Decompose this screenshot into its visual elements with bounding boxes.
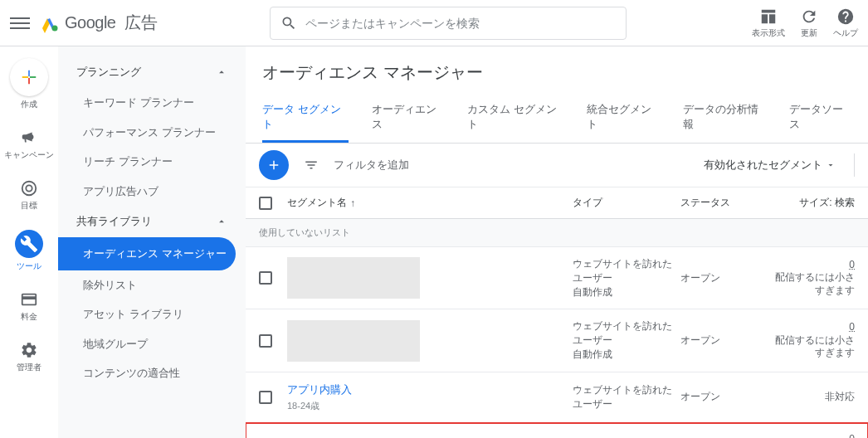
toolbar: フィルタを追加 有効化されたセグメント: [246, 144, 868, 187]
sidebar: プランニング キーワード プランナー パフォーマンス プランナー リーチ プラン…: [58, 46, 246, 438]
logo-suffix: 広告: [124, 12, 158, 34]
rail-billing[interactable]: 料金: [20, 290, 38, 323]
filter-label[interactable]: フィルタを追加: [334, 158, 409, 173]
search-input[interactable]: [305, 17, 616, 30]
help-icon: [836, 7, 855, 26]
left-rail: 作成 キャンペーン 目標 ツール 料金 管理者: [0, 46, 58, 438]
rail-create[interactable]: 作成: [10, 58, 48, 110]
col-type[interactable]: タイプ: [573, 196, 680, 210]
col-status[interactable]: ステータス: [680, 196, 772, 210]
row-checkbox[interactable]: [259, 334, 272, 348]
redacted-placeholder: [287, 257, 420, 299]
page-title: オーディエンス マネージャー: [246, 46, 868, 94]
nav-performance-planner[interactable]: パフォーマンス プランナー: [58, 118, 246, 148]
header: Google 広告 表示形式 更新 ヘルプ: [0, 0, 868, 46]
cell-size: 0配信するには小さすぎます: [772, 259, 855, 298]
row-checkbox[interactable]: [259, 271, 272, 285]
nav-audience-manager[interactable]: オーディエンス マネージャー: [58, 237, 236, 270]
redacted-placeholder: [287, 320, 420, 362]
nav-exclusion-lists[interactable]: 除外リスト: [58, 270, 246, 300]
nav-asset-library[interactable]: アセット ライブラリ: [58, 299, 246, 329]
cell-status: オープン: [680, 390, 772, 404]
table-icon: [759, 7, 778, 26]
logo-text: Google: [65, 13, 116, 32]
filter-icon[interactable]: [304, 158, 319, 173]
segment-description: 18-24歳: [287, 400, 319, 412]
search-box[interactable]: [270, 7, 627, 40]
tab-combined-segments[interactable]: 統合セグメント: [587, 94, 660, 143]
target-icon: [20, 179, 38, 197]
tab-audiences[interactable]: オーディエンス: [372, 94, 445, 143]
caret-down-icon: [826, 160, 836, 170]
plus-icon: [266, 158, 281, 173]
megaphone-icon: [20, 129, 38, 147]
display-format-tool[interactable]: 表示形式: [752, 7, 785, 39]
cell-type: ウェブサイトを訪れたユーザー自動作成: [573, 257, 680, 299]
chevron-up-icon: [216, 216, 227, 227]
google-ads-logo-icon: [40, 13, 60, 33]
rail-tools[interactable]: ツール: [15, 230, 43, 272]
table-row[interactable]: ウェブサイトを訪れたユーザー自動作成オープン0配信するには小さすぎます: [246, 247, 868, 309]
rail-admin[interactable]: 管理者: [17, 341, 41, 373]
segment-link[interactable]: アプリ内購入: [287, 382, 352, 397]
table-row[interactable]: アプリ内購入18-24歳ウェブサイトを訪れたユーザーオープン非対応: [246, 372, 868, 423]
tab-custom-segments[interactable]: カスタム セグメント: [467, 94, 563, 143]
add-button[interactable]: [259, 150, 289, 180]
refresh-icon: [800, 7, 818, 26]
cell-type: ウェブサイトを訪れたユーザー: [573, 383, 680, 411]
tabs: データ セグメント オーディエンス カスタム セグメント 統合セグメント データ…: [246, 94, 868, 144]
nav-app-ads-hub[interactable]: アプリ広告ハブ: [58, 177, 246, 207]
sort-asc-icon: ↑: [350, 197, 355, 209]
table-row[interactable]: ウェブサイトを訪れたユーザー自動作成オープン0配信するには小さすぎます: [246, 309, 868, 372]
plus-circle-icon: [10, 58, 48, 96]
nav-reach-planner[interactable]: リーチ プランナー: [58, 147, 246, 177]
rail-campaigns[interactable]: キャンペーン: [4, 129, 54, 161]
cell-type: ウェブサイトを訪れたユーザー自動作成: [573, 319, 680, 361]
segment-filter-dropdown[interactable]: 有効化されたセグメント: [704, 158, 844, 173]
chevron-up-icon: [216, 66, 227, 78]
svg-point-0: [52, 25, 58, 31]
tab-data-segments[interactable]: データ セグメント: [262, 94, 349, 143]
tab-insights[interactable]: データの分析情報: [683, 94, 766, 143]
group-header-unused: 使用していないリスト: [246, 219, 868, 247]
select-all-checkbox[interactable]: [259, 197, 272, 210]
col-segment-name[interactable]: セグメント名 ↑: [287, 196, 573, 210]
table-header: セグメント名 ↑ タイプ ステータス サイズ: 検索: [246, 187, 868, 219]
nav-content-suitability[interactable]: コンテンツの適合性: [58, 358, 246, 388]
cell-status: オープン: [680, 271, 772, 285]
card-icon: [20, 290, 38, 309]
table-row[interactable]: 最近のアクティブ ユーザー最近アクティブだったユーザーウェブサイトを訪れたユーザ…: [246, 423, 868, 438]
cell-size: 0配信するには小さすぎます: [772, 433, 855, 438]
logo[interactable]: Google 広告: [40, 12, 158, 34]
row-checkbox[interactable]: [259, 391, 272, 404]
help-tool[interactable]: ヘルプ: [833, 7, 858, 39]
cell-size: 0配信するには小さすぎます: [772, 321, 855, 360]
nav-keyword-planner[interactable]: キーワード プランナー: [58, 88, 246, 118]
tab-data-sources[interactable]: データソース: [789, 94, 851, 143]
nav-section-shared-library[interactable]: 共有ライブラリ: [58, 206, 246, 237]
wrench-icon: [15, 230, 43, 258]
cell-status: オープン: [680, 333, 772, 348]
search-icon: [280, 15, 297, 32]
divider: [854, 153, 855, 177]
nav-region-groups[interactable]: 地域グループ: [58, 329, 246, 359]
rail-goals[interactable]: 目標: [20, 179, 38, 212]
cell-size: 非対応: [772, 391, 855, 404]
nav-section-planning[interactable]: プランニング: [58, 56, 246, 88]
gear-icon: [20, 341, 38, 359]
col-size[interactable]: サイズ: 検索: [772, 196, 855, 210]
menu-icon[interactable]: [10, 13, 30, 33]
main-content: オーディエンス マネージャー データ セグメント オーディエンス カスタム セグ…: [246, 46, 868, 438]
refresh-tool[interactable]: 更新: [800, 7, 818, 39]
